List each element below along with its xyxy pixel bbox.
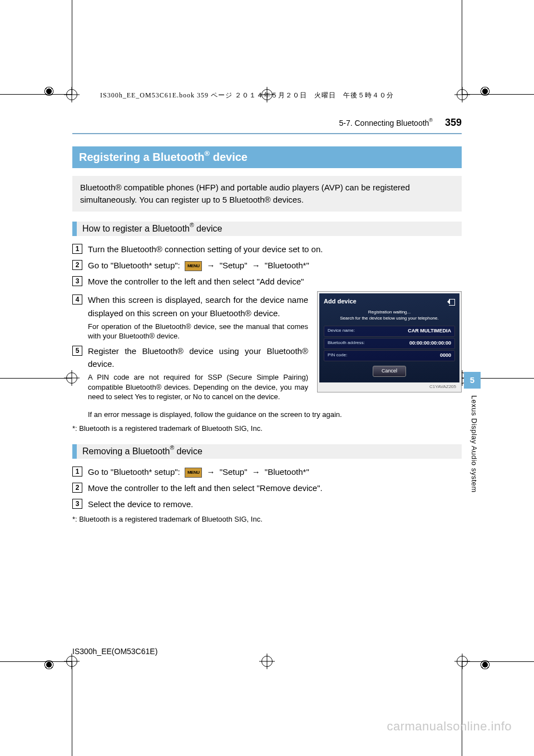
step-text: Move the controller to the left and then… <box>88 275 462 288</box>
step-text-part: "Bluetooth*" <box>263 467 309 477</box>
device-screenshot-col: Add device Registration waiting... Searc… <box>317 291 462 392</box>
steps-left-col: 4 When this screen is displayed, search … <box>72 291 308 405</box>
device-row: Device name: CAR MULTIMEDIA <box>324 326 455 337</box>
register-mark <box>43 659 55 670</box>
device-row: PIN code: 0000 <box>324 350 455 361</box>
arrow-icon: → <box>252 467 260 477</box>
step-text-part: "Bluetooth*" <box>263 261 309 270</box>
step-number: 2 <box>72 483 82 493</box>
step-3: 3 Move the controller to the left and th… <box>72 275 462 288</box>
crop-line <box>462 94 534 95</box>
device-message-line: Search for the device below using your t… <box>324 316 455 321</box>
device-screen: Add device Registration waiting... Searc… <box>319 293 459 382</box>
device-caption: C1YAVAZ205 <box>319 382 459 390</box>
step-text-part: Go to "Bluetooth* setup": <box>88 467 182 477</box>
step-1: 1 Turn the Bluetooth® connection setting… <box>72 243 462 256</box>
register-mark <box>479 86 491 97</box>
crop-line <box>72 661 72 756</box>
arrow-icon: → <box>206 467 215 477</box>
step-text: When this screen is displayed, search fo… <box>88 293 308 341</box>
device-screenshot: Add device Registration waiting... Searc… <box>317 291 462 392</box>
device-message-line: Registration waiting... <box>324 310 455 315</box>
step-2: 2 Go to "Bluetooth* setup": MENU→ "Setup… <box>72 259 462 272</box>
crop-line <box>0 661 72 662</box>
step-note: For operation of the Bluetooth® device, … <box>88 322 308 341</box>
section-label: 5-7. Connecting Bluetooth <box>339 119 429 127</box>
register-mark <box>479 659 491 670</box>
device-row-label: Bluetooth address: <box>328 340 365 347</box>
step-number: 1 <box>72 467 82 477</box>
crop-line <box>72 0 72 95</box>
step-text: Go to "Bluetooth* setup": MENU→ "Setup" … <box>88 259 462 272</box>
step-note: A PIN code are not required for SSP (Sec… <box>88 372 308 402</box>
crop-line <box>462 661 462 756</box>
step-number: 5 <box>72 346 82 356</box>
reg-mark: ® <box>205 149 210 158</box>
page-number: 359 <box>445 117 462 128</box>
step-number: 1 <box>72 244 82 254</box>
register-mark <box>43 86 55 97</box>
footnote: *: Bluetooth is a registered trademark o… <box>72 423 462 434</box>
register-cross <box>259 654 275 669</box>
running-head: 5-7. Connecting Bluetooth® 359 <box>72 117 462 132</box>
steps-remove: 1 Go to "Bluetooth* setup": MENU→ "Setup… <box>72 465 462 526</box>
step-main: When this screen is displayed, search fo… <box>88 293 308 320</box>
content-area: 5-7. Connecting Bluetooth® 359 Registeri… <box>72 117 462 656</box>
reg-mark: ® <box>170 445 174 451</box>
step-text: Turn the Bluetooth® connection setting o… <box>88 243 462 256</box>
back-icon <box>447 299 455 305</box>
reg-mark: ® <box>429 117 433 123</box>
device-row-value: 00:00:00:00:00:00 <box>409 340 451 347</box>
step-text: Register the Bluetooth® device using you… <box>88 345 308 402</box>
page-title: Registering a Bluetooth® device <box>72 146 462 168</box>
print-header-note: IS300h_EE_OM53C61E.book 359 ページ ２０１４年５月２… <box>100 91 394 100</box>
section-heading-register: How to register a Bluetooth® device <box>72 222 462 236</box>
crop-line <box>462 0 462 95</box>
crop-line <box>0 94 72 95</box>
device-cancel-button: Cancel <box>373 366 406 377</box>
watermark: carmanualsonline.info <box>387 719 512 734</box>
heading-text: Removing a Bluetooth <box>82 446 170 456</box>
menu-button-icon: MENU <box>185 261 202 271</box>
step-5: 5 Register the Bluetooth® device using y… <box>72 345 308 402</box>
menu-button-icon: MENU <box>185 468 202 478</box>
step-number: 3 <box>72 276 82 286</box>
step-text-part: "Setup" <box>217 261 249 270</box>
step-number: 4 <box>72 294 82 305</box>
page: IS300h_EE_OM53C61E.book 359 ページ ２０１４年５月２… <box>0 0 534 756</box>
step-text: Move the controller to the left and then… <box>88 482 462 494</box>
footnote: *: Bluetooth is a registered trademark o… <box>72 514 462 525</box>
step-text: Go to "Bluetooth* setup": MENU→ "Setup" … <box>88 465 462 478</box>
device-message: Registration waiting... Search for the d… <box>324 310 455 321</box>
device-row-label: Device name: <box>328 327 355 335</box>
steps-register: 1 Turn the Bluetooth® connection setting… <box>72 243 462 434</box>
crop-line <box>0 378 72 379</box>
step-2: 2 Move the controller to the left and th… <box>72 482 462 494</box>
step-with-image: 4 When this screen is displayed, search … <box>72 291 462 405</box>
lead-paragraph: Bluetooth® compatible phones (HFP) and p… <box>72 176 462 212</box>
section-heading-remove: Removing a Bluetooth® device <box>72 444 462 459</box>
step-number: 3 <box>72 499 82 509</box>
device-row: Bluetooth address: 00:00:00:00:00:00 <box>324 338 455 349</box>
title-prefix: Registering a Bluetooth <box>79 151 205 163</box>
manual-id: IS300h_EE(OM53C61E) <box>72 647 157 656</box>
crop-line <box>462 661 534 662</box>
reg-mark: ® <box>190 222 194 228</box>
step-3: 3 Select the device to remove. <box>72 498 462 510</box>
arrow-icon: → <box>206 261 215 270</box>
heading-text: device <box>174 446 202 456</box>
step-1: 1 Go to "Bluetooth* setup": MENU→ "Setup… <box>72 465 462 478</box>
step-4: 4 When this screen is displayed, search … <box>72 293 308 341</box>
arrow-icon: → <box>252 261 260 270</box>
device-title: Add device <box>324 297 357 306</box>
vertical-section-label: Lexus Display Audio system <box>470 395 478 493</box>
heading-text: device <box>194 224 222 233</box>
title-suffix: device <box>210 151 248 163</box>
header-rule <box>72 133 462 134</box>
chapter-tab: 5 <box>464 372 481 389</box>
device-row-value: 0000 <box>440 352 451 360</box>
heading-text: How to register a Bluetooth <box>82 224 190 233</box>
step-number: 2 <box>72 260 82 270</box>
step-main: Register the Bluetooth® device using you… <box>88 345 308 371</box>
step-text-part: "Setup" <box>217 467 249 477</box>
